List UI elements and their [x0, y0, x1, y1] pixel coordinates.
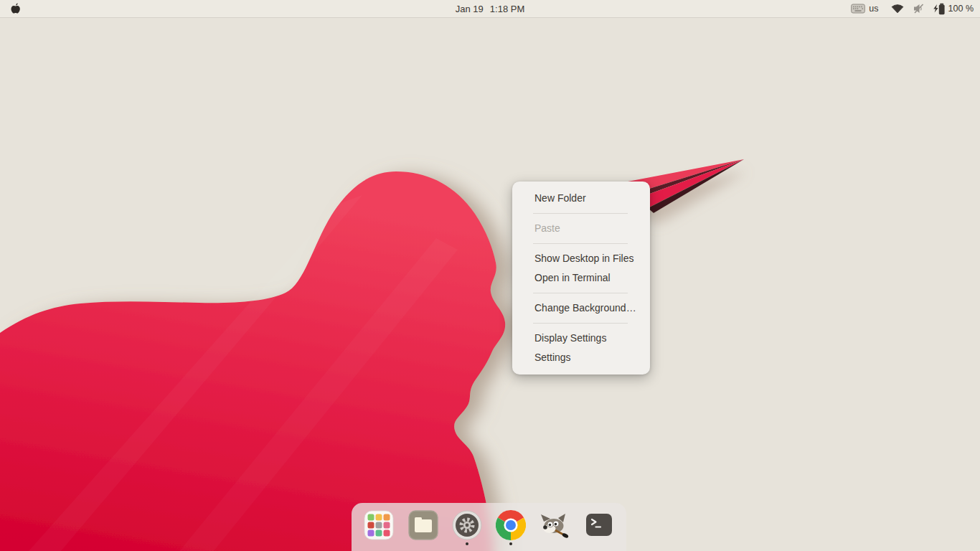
- dock-item-files[interactable]: [407, 510, 440, 545]
- menu-item-display-settings[interactable]: Display Settings: [512, 329, 650, 348]
- dock-item-chrome[interactable]: [494, 510, 527, 545]
- gear-icon: [452, 510, 482, 540]
- wifi-icon: [891, 4, 904, 14]
- dock-item-gimp[interactable]: [538, 510, 571, 545]
- wifi-indicator[interactable]: [891, 4, 904, 14]
- app-grid-icon: [364, 510, 394, 540]
- menu-separator: [533, 243, 628, 244]
- menu-item-change-background[interactable]: Change Background…: [512, 298, 650, 318]
- terminal-icon: [584, 510, 614, 540]
- desktop[interactable]: [0, 0, 980, 551]
- folder-icon: [408, 510, 438, 540]
- clock[interactable]: Jan 19 1:18 PM: [0, 0, 980, 17]
- battery-percent-label: 100 %: [948, 4, 974, 14]
- running-indicator: [509, 542, 512, 545]
- apple-logo-icon: [9, 3, 22, 15]
- top-menubar: Jan 19 1:18 PM us: [0, 0, 980, 18]
- clock-time: 1:18 PM: [490, 4, 524, 14]
- dock: [352, 503, 626, 551]
- menu-separator: [533, 293, 628, 293]
- dock-item-app-launcher[interactable]: [362, 510, 395, 545]
- clock-date: Jan 19: [456, 4, 484, 14]
- volume-muted-icon: [913, 4, 924, 14]
- chrome-icon: [496, 510, 526, 540]
- running-indicator: [466, 542, 468, 545]
- battery-indicator[interactable]: [932, 3, 946, 15]
- keyboard-layout-label[interactable]: us: [869, 4, 878, 14]
- gimp-icon: [540, 510, 570, 540]
- menu-item-show-desktop-in-files[interactable]: Show Desktop in Files: [512, 249, 650, 268]
- menu-item-open-in-terminal[interactable]: Open in Terminal: [512, 268, 650, 288]
- menu-separator: [533, 213, 628, 214]
- menu-item-settings[interactable]: Settings: [512, 348, 650, 367]
- desktop-context-menu: New Folder Paste Show Desktop in Files O…: [512, 182, 650, 375]
- status-indicators: us 100 %: [851, 3, 980, 15]
- dock-item-terminal[interactable]: [583, 510, 616, 545]
- dock-item-settings[interactable]: [451, 510, 484, 545]
- volume-indicator[interactable]: [913, 4, 924, 14]
- menu-separator: [533, 323, 628, 324]
- keyboard-indicator[interactable]: [851, 4, 865, 14]
- battery-charging-icon: [932, 3, 946, 15]
- keyboard-icon: [851, 4, 865, 14]
- menu-item-paste: Paste: [512, 219, 650, 238]
- menu-item-new-folder[interactable]: New Folder: [512, 189, 650, 208]
- apple-menu[interactable]: [9, 3, 22, 15]
